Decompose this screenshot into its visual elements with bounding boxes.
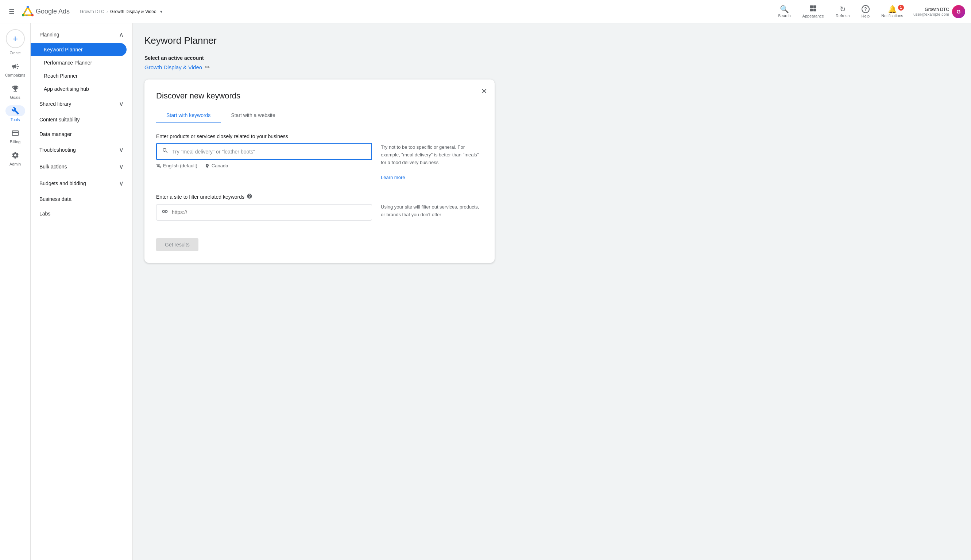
notifications-label: Notifications [881,13,903,18]
url-filter-left: Enter a site to filter unrelated keyword… [156,193,372,220]
keyword-hint: Try not to be too specific or general. F… [381,133,483,182]
input-meta: English (default) Canada [156,163,372,168]
goals-icon-wrapper [5,83,25,94]
bulk-actions-label: Bulk actions [39,164,67,170]
sidebar-item-goals[interactable]: Goals [0,80,30,102]
sidebar-section-shared-library: Shared library ∨ [31,95,132,112]
breadcrumb-current: Growth Display & Video [110,9,157,14]
sidebar-item-data-manager[interactable]: Data manager [31,127,132,142]
breadcrumb: Growth DTC › Growth Display & Video ▾ [80,9,162,14]
breadcrumb-part1: Growth DTC [80,9,104,14]
search-nav-item[interactable]: 🔍 Search [774,3,795,20]
shared-library-label: Shared library [39,101,71,107]
billing-label: Billing [10,140,20,144]
svg-rect-7 [810,9,813,12]
filter-help-icon[interactable] [247,193,252,200]
hamburger-button[interactable]: ☰ [6,5,18,18]
budgets-bidding-chevron-icon: ∨ [119,179,123,187]
url-filter-input[interactable] [172,209,367,215]
account-name: Growth Display & Video [144,64,202,70]
sidebar-item-campaigns[interactable]: Campaigns [0,58,30,80]
sidebar-item-reach-planner[interactable]: Reach Planner [31,69,132,82]
url-filter-section: Enter a site to filter unrelated keyword… [156,193,483,220]
learn-more-link[interactable]: Learn more [381,175,405,180]
sidebar-section-planning-header[interactable]: Planning ∧ [31,26,132,43]
tab-keywords-label: Start with keywords [166,112,210,118]
filter-label-text: Enter a site to filter unrelated keyword… [156,194,244,200]
search-icon: 🔍 [780,5,789,13]
svg-marker-0 [23,7,32,15]
close-button[interactable]: ✕ [480,85,489,97]
search-input-icon [162,147,169,156]
sidebar-item-content-suitability[interactable]: Content suitability [31,112,132,127]
reach-planner-label: Reach Planner [44,73,78,79]
avatar-initial: G [957,9,961,15]
billing-icon [11,129,19,137]
shared-library-chevron-icon: ∨ [119,100,123,108]
app-hub-label: App advertising hub [44,86,89,92]
google-ads-logo-icon [22,6,33,18]
tab-start-keywords[interactable]: Start with keywords [156,108,221,123]
location-selector[interactable]: Canada [205,163,229,168]
language-label: English (default) [163,163,197,168]
refresh-label: Refresh [836,13,850,18]
goals-icon [11,85,19,93]
admin-icon [11,151,19,159]
labs-label: Labs [39,211,50,217]
create-button[interactable]: + [6,29,25,48]
card-title: Discover new keywords [156,91,483,101]
sidebar-item-performance-planner[interactable]: Performance Planner [31,56,132,69]
svg-rect-5 [810,5,813,8]
tab-start-website[interactable]: Start with a website [221,108,285,123]
avatar[interactable]: G [952,5,965,18]
sidebar-item-labs[interactable]: Labs [31,207,132,221]
keyword-input-label: Enter products or services closely relat… [156,133,372,139]
location-label: Canada [212,163,229,168]
url-link-icon [162,208,168,217]
refresh-nav-item[interactable]: ↻ Refresh [831,3,854,20]
filter-label: Enter a site to filter unrelated keyword… [156,193,372,200]
help-nav-item[interactable]: ? Help [857,3,874,20]
get-results-button[interactable]: Get results [156,238,199,251]
sidebar-item-admin[interactable]: Admin [0,147,30,169]
url-hint-text: Using your site will filter out services… [381,204,479,217]
sidebar-item-billing[interactable]: Billing [0,125,30,147]
sidebar-section-shared-library-header[interactable]: Shared library ∨ [31,95,132,112]
svg-point-4 [27,6,29,8]
appearance-label: Appearance [802,14,824,18]
url-hint: Using your site will filter out services… [381,193,483,220]
appearance-nav-item[interactable]: Appearance [798,3,828,20]
language-selector[interactable]: English (default) [156,163,197,168]
keyword-input-field[interactable] [172,149,366,155]
create-label: Create [10,51,20,55]
content-suitability-label: Content suitability [39,117,80,122]
account-link[interactable]: Growth Display & Video ✏ [144,64,959,71]
goals-label: Goals [10,95,20,100]
page-title: Keyword Planner [144,35,959,46]
sidebar-section-troubleshooting-header[interactable]: Troubleshooting ∨ [31,142,132,158]
breadcrumb-sep1: › [107,9,108,14]
sidebar-section-budgets-bidding-header[interactable]: Budgets and bidding ∨ [31,175,132,192]
left-nav: + Create Campaigns Goals Tools [0,23,31,560]
keywords-tab-content: Enter products or services closely relat… [156,133,483,251]
sidebar-section-bulk-actions-header[interactable]: Bulk actions ∨ [31,158,132,175]
breadcrumb-dropdown-button[interactable]: ▾ [160,9,162,14]
sidebar-item-app-hub[interactable]: App advertising hub [31,82,132,95]
notifications-nav-item[interactable]: 🔔 1 Notifications [877,3,908,20]
troubleshooting-label: Troubleshooting [39,147,76,153]
sidebar-item-business-data[interactable]: Business data [31,192,132,207]
account-info[interactable]: Growth DTC user@example.com G [913,5,965,18]
data-manager-label: Data manager [39,131,72,137]
get-results-label: Get results [165,242,190,248]
account-selector-label: Select an active account [144,55,959,61]
planning-chevron-icon: ∧ [119,31,123,38]
help-label: Help [861,14,869,18]
appearance-icon [809,5,817,13]
keyword-hint-text: Try not to be too specific or general. F… [381,144,479,165]
sidebar-item-tools[interactable]: Tools [0,102,30,125]
svg-rect-8 [813,9,816,12]
keyword-input-left: Enter products or services closely relat… [156,133,372,182]
sidebar-item-keyword-planner[interactable]: Keyword Planner [31,43,127,56]
refresh-icon: ↻ [840,5,846,13]
planning-section-label: Planning [39,32,60,38]
